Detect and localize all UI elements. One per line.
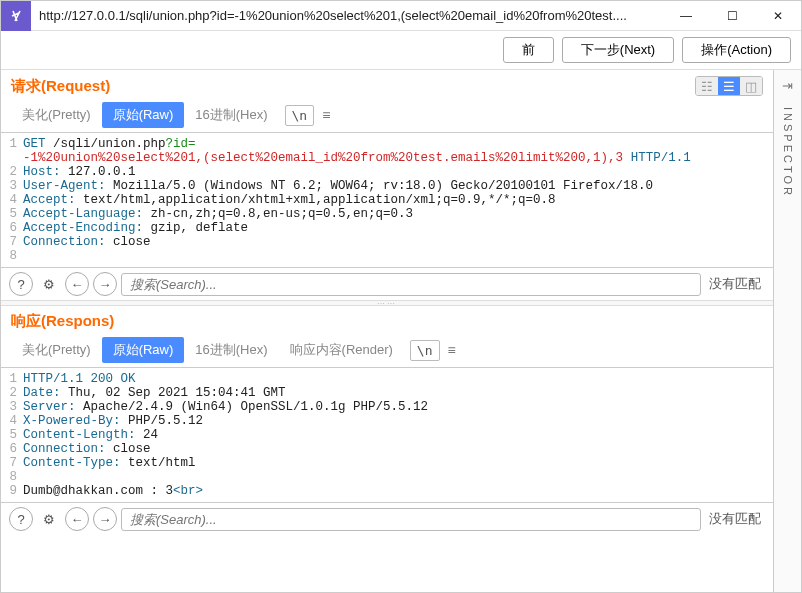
viewmode-split-icon[interactable]: ◫ xyxy=(740,77,762,95)
response-tabbar: 美化(Pretty) 原始(Raw) 16进制(Hex) 响应内容(Render… xyxy=(1,333,773,368)
code-line: 5Content-Length: 24 xyxy=(1,428,773,442)
code-line: -1%20union%20select%201,(select%20email_… xyxy=(1,151,773,165)
code-line: 1HTTP/1.1 200 OK xyxy=(1,372,773,386)
viewmode-single-icon[interactable]: ☰ xyxy=(718,77,740,95)
code-line: 5Accept-Language: zh-cn,zh;q=0.8,en-us;q… xyxy=(1,207,773,221)
request-editor[interactable]: 1GET /sqli/union.php?id= -1%20union%20se… xyxy=(1,133,773,267)
code-line: 4Accept: text/html,application/xhtml+xml… xyxy=(1,193,773,207)
code-line: 6Accept-Encoding: gzip, deflate xyxy=(1,221,773,235)
minimize-button[interactable]: — xyxy=(663,1,709,31)
response-searchbar: ? ⚙ ← → 没有匹配 xyxy=(1,502,773,535)
search-next-icon[interactable]: → xyxy=(93,507,117,531)
search-input[interactable] xyxy=(121,508,701,531)
gear-icon[interactable]: ⚙ xyxy=(37,272,61,296)
code-line: 9Dumb@dhakkan.com : 3<br> xyxy=(1,484,773,498)
response-editor[interactable]: 1HTTP/1.1 200 OK2Date: Thu, 02 Sep 2021 … xyxy=(1,368,773,502)
help-icon[interactable]: ? xyxy=(9,272,33,296)
code-line: 7Connection: close xyxy=(1,235,773,249)
inspector-toggle-icon[interactable]: ⇥ xyxy=(782,78,793,93)
code-line: 6Connection: close xyxy=(1,442,773,456)
response-pane: 响应(Respons) 美化(Pretty) 原始(Raw) 16进制(Hex)… xyxy=(1,306,773,535)
tab-hex[interactable]: 16进制(Hex) xyxy=(184,337,278,363)
search-prev-icon[interactable]: ← xyxy=(65,272,89,296)
app-icon xyxy=(1,1,31,31)
code-line: 1GET /sqli/union.php?id= xyxy=(1,137,773,151)
inspector-label: INSPECTOR xyxy=(782,107,794,198)
next-button[interactable]: 下一步(Next) xyxy=(562,37,674,63)
hamburger-icon[interactable]: ≡ xyxy=(322,107,330,123)
request-searchbar: ? ⚙ ← → 没有匹配 xyxy=(1,267,773,300)
tab-hex[interactable]: 16进制(Hex) xyxy=(184,102,278,128)
request-title: 请求(Request) xyxy=(11,77,110,96)
response-title: 响应(Respons) xyxy=(11,312,114,331)
search-nomatch: 没有匹配 xyxy=(705,275,765,293)
code-line: 3Server: Apache/2.4.9 (Win64) OpenSSL/1.… xyxy=(1,400,773,414)
code-line: 4X-Powered-By: PHP/5.5.12 xyxy=(1,414,773,428)
toolbar: 前 下一步(Next) 操作(Action) xyxy=(1,31,801,70)
titlebar-url: http://127.0.0.1/sqli/union.php?id=-1%20… xyxy=(31,8,663,23)
code-line: 7Content-Type: text/html xyxy=(1,456,773,470)
search-nomatch: 没有匹配 xyxy=(705,510,765,528)
tab-pretty[interactable]: 美化(Pretty) xyxy=(11,337,102,363)
tab-render[interactable]: 响应内容(Render) xyxy=(279,337,404,363)
hamburger-icon[interactable]: ≡ xyxy=(448,342,456,358)
tab-newline[interactable]: \n xyxy=(285,105,315,126)
request-pane: 请求(Request) ☷ ☰ ◫ 美化(Pretty) 原始(Raw) 16进… xyxy=(1,70,773,300)
titlebar: http://127.0.0.1/sqli/union.php?id=-1%20… xyxy=(1,1,801,31)
search-prev-icon[interactable]: ← xyxy=(65,507,89,531)
search-input[interactable] xyxy=(121,273,701,296)
back-button[interactable]: 前 xyxy=(503,37,554,63)
code-line: 8 xyxy=(1,249,773,263)
close-button[interactable]: ✕ xyxy=(755,1,801,31)
gear-icon[interactable]: ⚙ xyxy=(37,507,61,531)
code-line: 2Host: 127.0.0.1 xyxy=(1,165,773,179)
code-line: 3User-Agent: Mozilla/5.0 (Windows NT 6.2… xyxy=(1,179,773,193)
code-line: 2Date: Thu, 02 Sep 2021 15:04:41 GMT xyxy=(1,386,773,400)
help-icon[interactable]: ? xyxy=(9,507,33,531)
tab-newline[interactable]: \n xyxy=(410,340,440,361)
maximize-button[interactable]: ☐ xyxy=(709,1,755,31)
tab-pretty[interactable]: 美化(Pretty) xyxy=(11,102,102,128)
tab-raw[interactable]: 原始(Raw) xyxy=(102,102,185,128)
inspector-sidebar: ⇥ INSPECTOR xyxy=(773,70,801,592)
tab-raw[interactable]: 原始(Raw) xyxy=(102,337,185,363)
code-line: 8 xyxy=(1,470,773,484)
action-button[interactable]: 操作(Action) xyxy=(682,37,791,63)
request-tabbar: 美化(Pretty) 原始(Raw) 16进制(Hex) \n ≡ xyxy=(1,98,773,133)
viewmode-columns-icon[interactable]: ☷ xyxy=(696,77,718,95)
viewmode-toggle[interactable]: ☷ ☰ ◫ xyxy=(695,76,763,96)
search-next-icon[interactable]: → xyxy=(93,272,117,296)
